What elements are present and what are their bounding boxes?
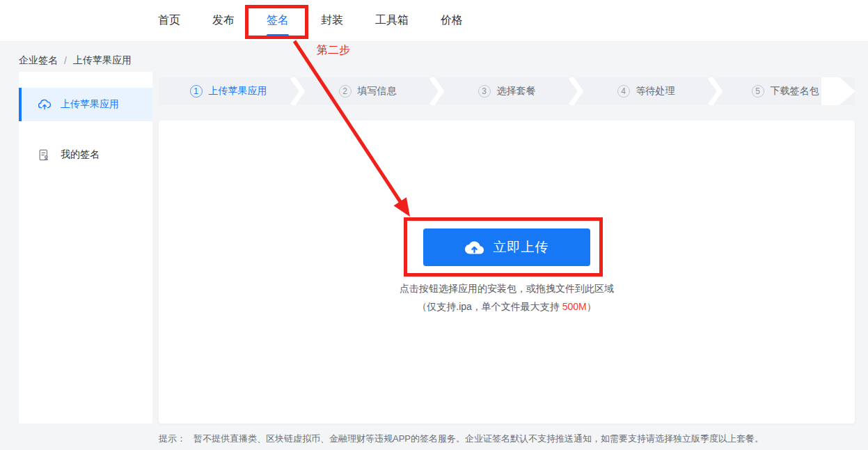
step-3-choose-plan: 3 选择套餐 [437, 77, 576, 105]
sidebar-item-label: 上传苹果应用 [61, 98, 119, 111]
upload-hint-line1: 点击按钮选择应用的安装包，或拖拽文件到此区域 [400, 283, 614, 295]
annotation-step-label: 第二步 [317, 43, 350, 58]
sidebar-item-upload-app[interactable]: 上传苹果应用 [19, 88, 152, 121]
footer-notice: 提示： 暂不提供直播类、区块链虚拟币、金融理财等违规APP的签名服务。企业证签名… [159, 433, 863, 445]
nav-item-home[interactable]: 首页 [158, 13, 180, 28]
sidebar-item-my-signatures[interactable]: 我的签名 [19, 138, 152, 171]
nav-item-package[interactable]: 封装 [321, 13, 343, 28]
step-label: 上传苹果应用 [209, 85, 267, 98]
footer-notice-prefix: 提示： [159, 433, 186, 445]
step-number-badge: 5 [752, 85, 764, 98]
sidebar-item-label: 我的签名 [61, 148, 100, 161]
breadcrumb: 企业签名 / 上传苹果应用 [19, 54, 132, 67]
nav-item-publish[interactable]: 发布 [212, 13, 235, 28]
upload-button-label: 立即上传 [494, 238, 549, 256]
cloud-upload-icon [38, 98, 52, 111]
breadcrumb-separator: / [64, 55, 67, 66]
hint-suffix: ） [587, 301, 597, 312]
max-size-highlight: 500M [562, 301, 587, 312]
step-number-badge: 4 [617, 85, 630, 98]
page: 首页 发布 签名 封装 工具箱 价格 企业签名 / 上传苹果应用 上传苹果应用 [0, 0, 868, 450]
step-label: 等待处理 [636, 85, 675, 98]
step-number-badge: 1 [190, 85, 203, 98]
top-navigation: 首页 发布 签名 封装 工具箱 价格 [0, 0, 868, 42]
upload-dropzone-card[interactable]: 立即上传 点击按钮选择应用的安装包，或拖拽文件到此区域 （仅支持.ipa，单个文… [159, 121, 855, 424]
step-label: 填写信息 [358, 85, 397, 98]
breadcrumb-section[interactable]: 企业签名 [19, 54, 58, 67]
steps-wizard-bar: 1 上传苹果应用 2 填写信息 3 选择套餐 4 等待处理 5 下载签名包 [159, 77, 855, 105]
step-2-fill-info: 2 填写信息 [298, 77, 437, 105]
step-5-download: 5 下载签名包 [716, 77, 855, 105]
cloud-icon [465, 238, 484, 257]
nav-item-sign[interactable]: 签名 [267, 13, 289, 28]
step-number-badge: 2 [339, 85, 352, 98]
step-number-badge: 3 [478, 85, 491, 98]
breadcrumb-current-page: 上传苹果应用 [73, 54, 132, 67]
sidebar: 上传苹果应用 我的签名 [19, 72, 152, 424]
hint-prefix: （仅支持.ipa，单个文件最大支持 [417, 301, 562, 312]
upload-now-button[interactable]: 立即上传 [423, 228, 590, 266]
step-label: 下载签名包 [771, 85, 819, 98]
step-1-upload: 1 上传苹果应用 [159, 77, 298, 105]
step-4-processing: 4 等待处理 [576, 77, 716, 105]
upload-hint-line2: （仅支持.ipa，单个文件最大支持 500M） [417, 301, 597, 313]
step-label: 选择套餐 [497, 85, 536, 98]
signature-doc-icon [38, 148, 52, 162]
footer-notice-text: 暂不提供直播类、区块链虚拟币、金融理财等违规APP的签名服务。企业证签名默认不支… [194, 433, 764, 445]
nav-item-price[interactable]: 价格 [441, 13, 463, 28]
nav-item-toolbox[interactable]: 工具箱 [375, 13, 409, 28]
